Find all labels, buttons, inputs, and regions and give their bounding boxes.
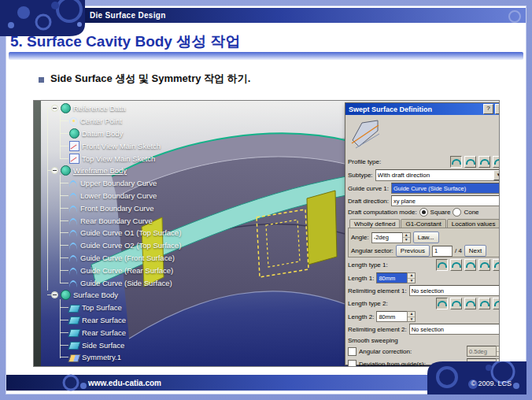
length-type2-option-1-button[interactable]	[436, 298, 448, 309]
guide-curve-value: Guide Curve (Side Surface)	[393, 185, 466, 192]
angular-correction-checkbox[interactable]	[348, 347, 357, 356]
relimit2-field[interactable]: No selection	[409, 324, 499, 335]
length-type2-option-2-button[interactable]	[450, 298, 462, 309]
tree-item-label: Reference Data	[73, 104, 126, 113]
length-type1-option-4-button[interactable]	[478, 259, 490, 271]
length2-value: 80mm	[379, 313, 395, 320]
tree-item[interactable]: Center Point	[70, 115, 193, 128]
footer-left-circles	[61, 372, 91, 393]
subtype-value: With draft direction	[378, 172, 493, 179]
subtype-dropdown[interactable]: With draft direction ▼	[375, 169, 499, 181]
previous-button[interactable]: Previous	[396, 245, 430, 257]
profile-type-option-2-button[interactable]	[464, 156, 476, 168]
length-type-icon	[494, 301, 500, 306]
relimit2-value: No selection	[412, 326, 444, 333]
length-type2-option-4-button[interactable]	[478, 298, 490, 309]
tree-item[interactable]: Datum Body	[70, 128, 193, 140]
length-type-icon	[438, 301, 447, 306]
tree-item[interactable]: Guide Curve (Rear Surface)	[70, 264, 193, 276]
bullet-text: Side Surface 생성 및 Symmetry 작업 하기.	[50, 72, 250, 86]
tree-item[interactable]: Top Surface	[70, 302, 193, 314]
deviation-checkbox[interactable]	[348, 360, 357, 367]
header-bar: Die Surface Design	[79, 8, 526, 23]
next-button[interactable]: Next	[464, 245, 486, 257]
curve-icon	[69, 217, 78, 225]
angular-correction-value: 0.5deg	[469, 348, 487, 355]
profile-preview-image	[348, 117, 499, 154]
length-type2-option-5-button[interactable]	[493, 298, 499, 309]
length-type2-option-3-button[interactable]	[464, 298, 476, 309]
tree-item-label: Guide Curve (Front Surface)	[80, 254, 175, 262]
profile-type-option-3-button[interactable]	[478, 156, 490, 168]
corner-decoration-top-left	[0, 0, 85, 36]
tree-item-label: Symmetry.1	[82, 353, 121, 361]
tree-item[interactable]: Rear Surface	[70, 314, 193, 327]
tree-item[interactable]: Guide Curve (Front Surface)	[70, 252, 193, 265]
angular-correction-label: Angular correction:	[359, 348, 464, 355]
tree-item[interactable]: Guide Curve O1 (Top Surface)	[70, 227, 193, 239]
dialog-close-button[interactable]: ×	[495, 104, 499, 114]
profile-type-option-1-button[interactable]	[450, 156, 462, 168]
sector-field[interactable]: 1	[432, 246, 453, 257]
body-icon	[69, 128, 79, 139]
length-type-icon	[466, 262, 475, 268]
surface-icon	[68, 342, 80, 350]
tree-item[interactable]: Surface Body	[51, 289, 193, 302]
cone-radio-label: Cone	[464, 209, 478, 216]
tree-item[interactable]: Symmetry.1	[70, 351, 193, 364]
dialog-titlebar[interactable]: Swept Surface Definition ? ×	[345, 103, 499, 115]
window-edge-strip	[34, 101, 41, 366]
spin-down-icon[interactable]: ▼	[408, 279, 415, 283]
length2-spinner[interactable]: 80mm ▲▼	[376, 311, 416, 322]
tree-item[interactable]: Front View Main Sketch	[70, 139, 193, 152]
angle-spinner[interactable]: -2deg ▲▼	[371, 232, 411, 243]
relimit2-label: Relimiting element 2:	[348, 326, 407, 333]
length1-spinner[interactable]: 80mm ▲▼	[376, 272, 416, 283]
spin-down-icon[interactable]: ▼	[403, 238, 410, 243]
tree-item[interactable]: Wireframe Body	[51, 165, 193, 177]
tree-item[interactable]: Lower Boundary Curve	[70, 190, 193, 202]
length-type1-option-5-button[interactable]	[493, 259, 499, 271]
tree-item[interactable]: Guide Curve O2 (Top Surface)	[70, 239, 193, 252]
spin-down-icon[interactable]: ▼	[408, 317, 415, 322]
tree-item[interactable]: Top View Main Sketch	[70, 152, 193, 165]
expander-icon[interactable]	[51, 167, 58, 174]
length-type1-option-2-button[interactable]	[450, 259, 462, 271]
viewport-3d[interactable]: Reference DataCenter PointDatum BodyFron…	[41, 101, 499, 366]
profile-type-option-4-button[interactable]	[493, 156, 499, 168]
draft-mode-label: Draft computation mode:	[348, 209, 417, 216]
dropdown-arrow-icon: ▼	[493, 170, 499, 180]
square-radio[interactable]	[419, 208, 428, 217]
draft-direction-field[interactable]: xy plane	[391, 195, 499, 206]
tree-item[interactable]: Side Surface	[70, 339, 193, 351]
sketch-icon	[69, 154, 79, 164]
expander-icon[interactable]	[51, 291, 58, 298]
law-button[interactable]: Law...	[413, 231, 439, 243]
tree-item[interactable]: Upper Boundary Curve	[70, 177, 193, 190]
expander-icon[interactable]	[51, 105, 58, 112]
relimit1-field[interactable]: No selection	[409, 285, 499, 296]
angle-value: -2deg	[374, 234, 389, 241]
body-icon	[61, 103, 71, 113]
spin-down-icon[interactable]: ▼	[497, 352, 499, 357]
tree-item[interactable]: Reference Data	[51, 102, 193, 115]
surface-icon	[68, 329, 80, 337]
square-radio-label: Square	[430, 209, 451, 216]
tree-item[interactable]: Front Boundary Curve	[70, 202, 193, 214]
dialog-help-button[interactable]: ?	[483, 104, 493, 114]
relimit1-value: No selection	[412, 287, 444, 294]
angular-correction-spinner[interactable]: 0.5deg ▲▼	[467, 346, 499, 357]
point-icon	[69, 117, 78, 126]
title-rule	[9, 52, 523, 60]
length-type1-option-3-button[interactable]	[464, 259, 476, 271]
catia-screenshot: Reference DataCenter PointDatum BodyFron…	[33, 100, 500, 367]
tree-item[interactable]: Rear Boundary Curve	[70, 214, 193, 227]
tree-item[interactable]: Rear Surface	[70, 326, 193, 339]
tree-item[interactable]: Guide Curve (Side Surface)	[70, 276, 193, 289]
tree-item-label: Guide Curve (Side Surface)	[80, 279, 172, 287]
length-type1-option-1-button[interactable]	[436, 259, 448, 271]
cone-radio[interactable]	[453, 208, 461, 217]
guide-curve-field[interactable]: Guide Curve (Side Surface)	[391, 183, 499, 194]
sweep-profile-icon	[494, 159, 500, 165]
smooth-sweeping-header: Smooth sweeping	[348, 337, 499, 344]
